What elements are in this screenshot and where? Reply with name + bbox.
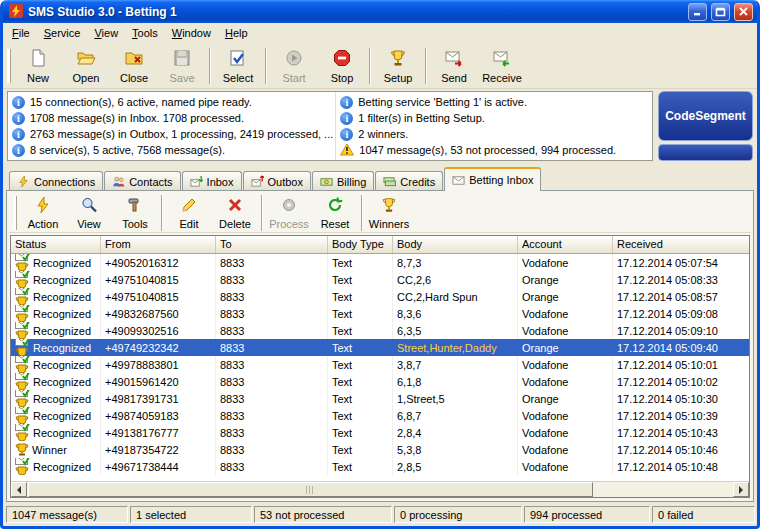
message-row[interactable]: Recognized +49015961420 8833 Text 6,1,8 … [11,373,749,390]
tab-outbox[interactable]: Outbox [243,171,311,191]
cell-status: Recognized [33,342,91,354]
message-row[interactable]: Recognized +49832687560 8833 Text 8,3,6 … [11,305,749,322]
column-header-to[interactable]: To [216,236,328,253]
receive-button[interactable]: Receive [478,45,526,87]
status-line-text: 2763 message(s) in Outbox, 1 processing,… [30,128,333,140]
reset-button[interactable]: Reset [312,194,358,232]
trophy-icon [388,48,408,70]
action-button[interactable]: Action [20,194,66,232]
codesegment-logo: CodeSegment [658,91,753,141]
tab-label: Credits [400,176,435,188]
cell-to: 8833 [216,373,328,390]
setup-button[interactable]: Setup [374,45,422,87]
status-line: 8 service(s), 5 active, 7568 message(s). [12,142,333,158]
tab-label: Contacts [129,176,172,188]
new-button[interactable]: New [14,45,62,87]
cell-received: 17.12.2014 05:07:54 [613,254,749,271]
select-button[interactable]: Select [214,45,262,87]
message-row[interactable]: Winner +49187354722 8833 Text 5,3,8 Voda… [11,441,749,458]
horizontal-scrollbar[interactable] [11,481,749,497]
start-play-icon [284,48,304,70]
tab-betting-inbox[interactable]: Betting Inbox [444,167,541,191]
save-button[interactable]: Save [158,45,206,87]
tab-billing[interactable]: Billing [312,171,374,191]
info-icon [12,128,25,141]
process-button[interactable]: Process [266,194,312,232]
status-line: Betting service 'Betting 1' is active. [340,94,650,110]
delete-button[interactable]: Delete [212,194,258,232]
tab-connections[interactable]: Connections [9,171,103,191]
scroll-left-button[interactable] [11,482,27,497]
cell-status: Recognized [33,376,91,388]
column-header-account[interactable]: Account [518,236,613,253]
cell-from: +49751040815 [101,288,216,305]
tab-contacts[interactable]: Contacts [104,171,180,191]
stop-sign-icon [332,48,352,70]
cell-status: Recognized [33,291,91,303]
view-button[interactable]: View [66,194,112,232]
open-button[interactable]: Open [62,45,110,87]
message-status-icon [15,424,30,441]
cell-from: +49138176777 [101,424,216,441]
maximize-button[interactable] [711,3,730,21]
message-row[interactable]: Recognized +49817391731 8833 Text 1,Stre… [11,390,749,407]
cell-body-type: Text [328,305,393,322]
send-button[interactable]: Send [430,45,478,87]
send-button-label: Send [441,72,467,84]
menu-help[interactable]: Help [218,24,255,42]
message-row[interactable]: Recognized +49671738444 8833 Text 2,8,5 … [11,458,749,475]
menu-window[interactable]: Window [165,24,218,42]
scroll-right-button[interactable] [733,482,749,497]
cell-body-type: Text [328,407,393,424]
delete-x-icon [226,196,244,216]
column-header-received[interactable]: Received [613,236,749,253]
winners-button[interactable]: Winners [366,194,412,232]
message-status-icon [15,407,30,424]
new-document-icon [28,48,48,70]
column-header-status[interactable]: Status [11,236,101,253]
cell-from: +49052016312 [101,254,216,271]
cell-account: Orange [518,390,613,407]
open-button-label: Open [73,72,100,84]
cell-account: Vodafone [518,322,613,339]
column-header-from[interactable]: From [101,236,216,253]
tab-inbox[interactable]: Inbox [182,171,242,191]
stop-button[interactable]: Stop [318,45,366,87]
toolbar-grip[interactable] [13,196,16,230]
scrollbar-thumb[interactable] [28,482,593,497]
message-row[interactable]: Recognized +49751040815 8833 Text CC,2,6… [11,271,749,288]
column-header-body-type[interactable]: Body Type [328,236,393,253]
message-row[interactable]: Recognized +49751040815 8833 Text CC,2,H… [11,288,749,305]
message-row[interactable]: Recognized +49978883801 8833 Text 3,8,7 … [11,356,749,373]
start-button[interactable]: Start [270,45,318,87]
codesegment-logo-bar [658,144,753,161]
message-row[interactable]: Recognized +49099302516 8833 Text 6,3,5 … [11,322,749,339]
message-status-icon [15,356,30,373]
statusbar-not-processed: 53 not processed [254,506,392,523]
cell-received: 17.12.2014 05:10:39 [613,407,749,424]
cell-received: 17.12.2014 05:10:48 [613,458,749,475]
tab-credits[interactable]: Credits [375,171,443,191]
column-header-body[interactable]: Body [393,236,518,253]
process-button-label: Process [269,218,309,230]
tools-button[interactable]: Tools [112,194,158,232]
message-row[interactable]: Recognized +49052016312 8833 Text 8,7,3 … [11,254,749,271]
menu-file[interactable]: File [5,24,37,42]
app-window: SMS Studio 3.0 - Betting 1 File Service … [0,0,760,529]
title-bar[interactable]: SMS Studio 3.0 - Betting 1 [3,0,757,23]
action-button-label: Action [28,218,59,230]
edit-button-label: Edit [180,218,199,230]
close-service-button[interactable]: Close [110,45,158,87]
edit-button[interactable]: Edit [166,194,212,232]
message-row[interactable]: Recognized +49874059183 8833 Text 6,8,7 … [11,407,749,424]
menu-tools[interactable]: Tools [125,24,165,42]
menu-service[interactable]: Service [37,24,88,42]
minimize-button[interactable] [688,3,707,21]
scrollbar-track[interactable] [27,482,733,497]
message-row[interactable]: Recognized +49749232342 8833 Text Street… [11,339,749,356]
close-button[interactable] [734,3,753,21]
tab-label: Inbox [207,176,234,188]
toolbar-grip[interactable] [7,49,10,83]
message-row[interactable]: Recognized +49138176777 8833 Text 2,8,4 … [11,424,749,441]
menu-view[interactable]: View [87,24,125,42]
